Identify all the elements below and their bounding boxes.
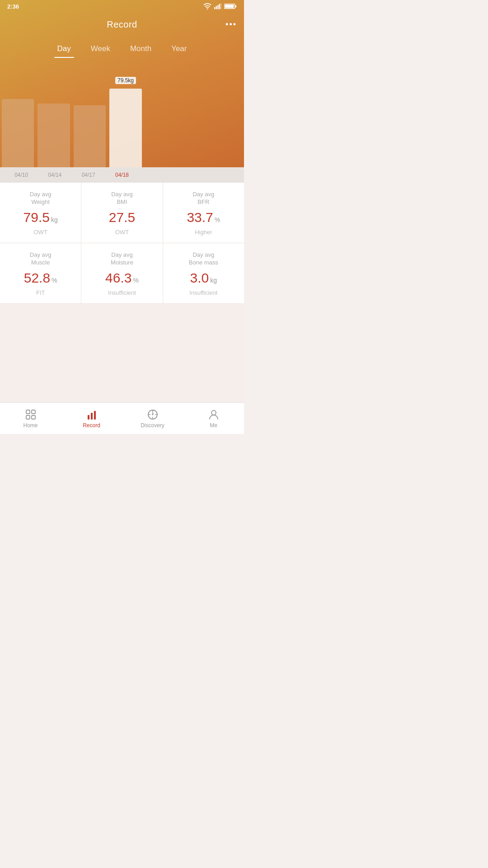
nav-item-me[interactable]: Me xyxy=(183,403,244,434)
svg-rect-2 xyxy=(217,5,218,9)
bar-tooltip-0418: 79.5kg xyxy=(115,77,136,84)
stat-value-bmi: 27.5 xyxy=(109,210,135,225)
header-title: Record xyxy=(107,19,137,30)
period-tabs: Day Week Month Year xyxy=(0,41,244,58)
stat-card-bmi: Day avgBMI 27.5 OWT xyxy=(81,183,163,243)
svg-rect-12 xyxy=(88,415,89,420)
tab-month[interactable]: Month xyxy=(120,41,161,58)
stat-status-moisture: Insufficient xyxy=(108,289,136,296)
chart-bars: 79.5kg xyxy=(0,70,244,174)
chart-bar-0418[interactable]: 79.5kg xyxy=(108,70,143,174)
svg-rect-0 xyxy=(214,7,215,9)
tab-day[interactable]: Day xyxy=(47,41,81,58)
nav-label-me: Me xyxy=(210,422,217,429)
stat-card-bonemass: Day avgBone mass 3.0 kg Insufficient xyxy=(163,243,244,303)
weight-chart: 79.5kg xyxy=(0,70,244,174)
stat-status-weight: OWT xyxy=(34,229,47,236)
date-label-0414: 04/14 xyxy=(38,172,71,178)
stat-label-muscle: Day avgMuscle xyxy=(30,251,52,267)
status-bar: 2:36 xyxy=(0,0,244,13)
svg-rect-1 xyxy=(216,6,217,9)
stat-value-row-muscle: 52.8 % xyxy=(24,270,57,286)
discovery-icon xyxy=(147,409,159,420)
stat-value-muscle: 52.8 xyxy=(24,270,50,286)
chart-bar-0417[interactable] xyxy=(72,70,108,174)
header: Record ••• xyxy=(0,13,244,36)
svg-rect-3 xyxy=(219,4,220,9)
stat-status-bmi: OWT xyxy=(115,229,129,236)
svg-rect-10 xyxy=(26,415,30,419)
nav-item-record[interactable]: Record xyxy=(61,403,122,434)
stat-value-weight: 79.5 xyxy=(23,210,50,225)
svg-rect-11 xyxy=(32,415,35,419)
nav-label-discovery: Discovery xyxy=(141,422,164,429)
nav-item-discovery[interactable]: Discovery xyxy=(122,403,183,434)
stat-label-bfr: Day avgBFR xyxy=(192,191,214,206)
svg-rect-7 xyxy=(225,5,234,8)
stat-value-bfr: 33.7 xyxy=(187,210,213,225)
tab-week[interactable]: Week xyxy=(81,41,120,58)
stat-unit-weight: kg xyxy=(51,216,58,223)
nav-item-home[interactable]: Home xyxy=(0,403,61,434)
date-label-0418: 04/18 xyxy=(105,172,139,178)
stat-status-muscle: FIT xyxy=(36,289,45,296)
signal-icon xyxy=(214,3,221,9)
wifi-icon xyxy=(203,3,211,9)
stat-label-moisture: Day avgMoisture xyxy=(111,251,133,267)
date-label-0410: 04/10 xyxy=(5,172,38,178)
svg-rect-13 xyxy=(91,413,93,420)
status-time: 2:36 xyxy=(7,3,19,10)
more-menu-button[interactable]: ••• xyxy=(225,20,237,29)
stat-value-row-weight: 79.5 kg xyxy=(23,210,58,225)
date-axis: 04/10 04/14 04/17 04/18 xyxy=(0,167,244,183)
stat-card-bfr: Day avgBFR 33.7 % Higher xyxy=(163,183,244,243)
me-icon xyxy=(208,409,220,420)
stat-status-bonemass: Insufficient xyxy=(189,289,217,296)
chart-bar-0414[interactable] xyxy=(36,70,71,174)
svg-rect-8 xyxy=(26,410,30,414)
nav-label-record: Record xyxy=(83,422,100,429)
stat-label-weight: Day avgWeight xyxy=(30,191,52,206)
chart-bar-empty xyxy=(144,70,244,174)
bar-fill-0410 xyxy=(2,99,34,174)
stats-row-1: Day avgWeight 79.5 kg OWT Day avgBMI 27.… xyxy=(0,183,244,243)
stat-card-weight: Day avgWeight 79.5 kg OWT xyxy=(0,183,81,243)
stat-value-row-moisture: 46.3 % xyxy=(105,270,139,286)
svg-point-22 xyxy=(211,410,216,415)
bar-fill-0418: 79.5kg xyxy=(109,89,141,174)
stat-value-row-bonemass: 3.0 kg xyxy=(190,270,217,286)
stat-label-bonemass: Day avgBone mass xyxy=(189,251,218,267)
home-icon xyxy=(25,409,37,420)
stats-grid: Day avgWeight 79.5 kg OWT Day avgBMI 27.… xyxy=(0,183,244,402)
svg-rect-6 xyxy=(235,5,237,8)
svg-rect-9 xyxy=(32,410,35,414)
nav-label-home: Home xyxy=(23,422,38,429)
stat-value-moisture: 46.3 xyxy=(105,270,131,286)
stat-value-row-bfr: 33.7 % xyxy=(187,210,220,225)
stat-card-moisture: Day avgMoisture 46.3 % Insufficient xyxy=(81,243,163,303)
stats-row-2: Day avgMuscle 52.8 % FIT Day avgMoisture… xyxy=(0,243,244,304)
bottom-navigation: Home Record Discovery Me xyxy=(0,402,244,434)
date-label-0417: 04/17 xyxy=(72,172,105,178)
stat-unit-muscle: % xyxy=(52,277,57,284)
tab-year[interactable]: Year xyxy=(161,41,197,58)
bar-fill-0417 xyxy=(74,105,106,174)
stat-card-muscle: Day avgMuscle 52.8 % FIT xyxy=(0,243,81,303)
stat-unit-bfr: % xyxy=(215,216,220,223)
chart-bar-0410[interactable] xyxy=(0,70,36,174)
stat-status-bfr: Higher xyxy=(195,229,212,236)
stat-unit-bonemass: kg xyxy=(210,277,217,284)
record-icon xyxy=(86,409,98,420)
stat-value-bonemass: 3.0 xyxy=(190,270,209,286)
bar-fill-0414 xyxy=(38,104,70,174)
stat-label-bmi: Day avgBMI xyxy=(111,191,133,206)
svg-rect-4 xyxy=(221,3,221,9)
status-icons xyxy=(203,3,237,9)
stat-value-row-bmi: 27.5 xyxy=(109,210,135,225)
stat-unit-moisture: % xyxy=(133,277,138,284)
svg-rect-14 xyxy=(94,411,96,420)
battery-icon xyxy=(224,3,237,9)
